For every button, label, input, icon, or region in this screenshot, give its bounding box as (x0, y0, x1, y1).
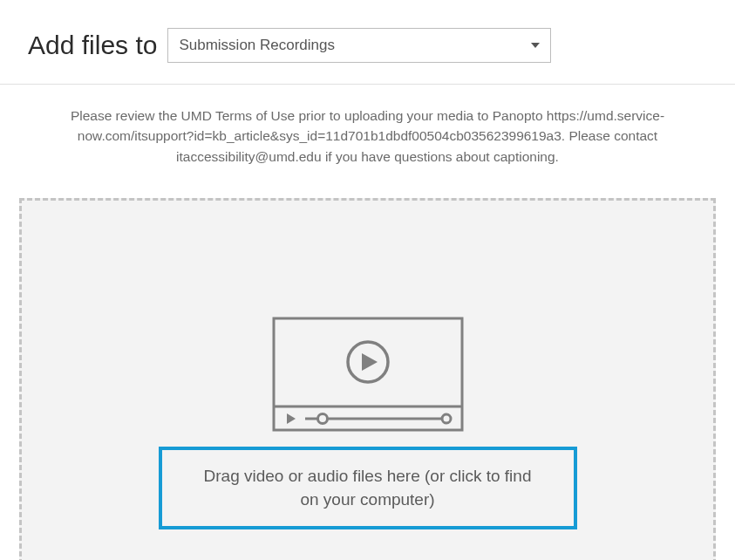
chevron-down-icon (531, 43, 540, 48)
header: Add files to Submission Recordings (0, 0, 735, 85)
upload-dropzone[interactable]: Drag video or audio files here (or click… (19, 198, 716, 560)
svg-marker-3 (362, 353, 378, 371)
svg-point-7 (442, 414, 451, 423)
dropzone-label: Drag video or audio files here (or click… (201, 464, 535, 512)
header-row: Add files to Submission Recordings (28, 28, 707, 63)
terms-of-use-text: Please review the UMD Terms of Use prior… (0, 85, 735, 167)
dropzone-container: Drag video or audio files here (or click… (0, 167, 735, 560)
svg-marker-4 (287, 413, 296, 424)
video-player-icon (272, 317, 464, 438)
svg-rect-0 (274, 318, 462, 430)
dropzone-label-highlight: Drag video or audio files here (or click… (159, 447, 577, 529)
folder-select-label: Submission Recordings (179, 37, 335, 54)
page-title: Add files to (28, 31, 157, 60)
svg-point-6 (317, 413, 327, 423)
folder-select[interactable]: Submission Recordings (167, 28, 551, 63)
